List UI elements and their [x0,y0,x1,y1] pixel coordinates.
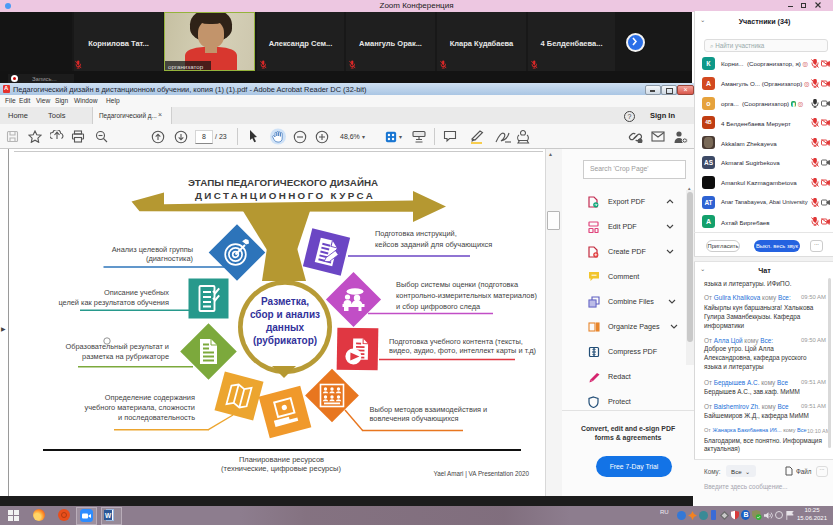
svg-text:вовлечения обучающихся: вовлечения обучающихся [370,414,459,423]
svg-text:видео, аудио, фото, интеллект: видео, аудио, фото, интеллект карты и т.… [389,346,536,355]
svg-text:разметка на рубрикаторе: разметка на рубрикаторе [82,352,169,361]
svg-text:целей как результатов обучения: целей как результатов обучения [58,298,169,307]
svg-text:(рубрикатор): (рубрикатор) [253,335,317,346]
svg-text:Образовательный результат и: Образовательный результат и [65,342,169,351]
svg-text:(технические, цифровые ресурсы: (технические, цифровые ресурсы) [221,464,341,473]
svg-text:и последовательность: и последовательность [118,413,195,422]
svg-text:ДИСТАНЦИОННОГО КУРСА: ДИСТАНЦИОННОГО КУРСА [195,190,375,201]
svg-text:Анализ целевой группы: Анализ целевой группы [112,245,193,254]
svg-text:Описание учебных: Описание учебных [104,288,169,297]
svg-text:контрольно-измерительных матер: контрольно-измерительных материалов) [396,291,537,300]
svg-text:Разметка,: Разметка, [261,296,309,307]
svg-text:(диагностика): (диагностика) [146,254,193,263]
svg-text:Определение содержания: Определение содержания [105,393,195,402]
svg-text:Выбор методов взаимодействия и: Выбор методов взаимодействия и [370,405,488,414]
svg-text:и сбор цифрового следа: и сбор цифрового следа [396,302,481,311]
svg-text:кейсов заданий для обучающихся: кейсов заданий для обучающихся [375,240,492,249]
svg-text:Планирование ресурсов: Планирование ресурсов [239,455,324,464]
svg-text:Подготовка учебного контента (: Подготовка учебного контента (тексты, [389,337,523,346]
svg-text:сбор и анализ: сбор и анализ [250,309,320,320]
svg-text:данных: данных [266,322,305,333]
svg-text:Выбор системы оценки (подготов: Выбор системы оценки (подготовка [396,280,519,289]
svg-text:учебного материала, сложности: учебного материала, сложности [85,403,195,412]
svg-text:Подготовка инструкций,: Подготовка инструкций, [375,229,457,238]
svg-text:Yael Amari | VA Presentation 2: Yael Amari | VA Presentation 2020 [433,470,529,478]
svg-text:ЭТАПЫ ПЕДАГОГИЧЕСКОГО ДИЗАЙНА: ЭТАПЫ ПЕДАГОГИЧЕСКОГО ДИЗАЙНА [188,177,378,188]
